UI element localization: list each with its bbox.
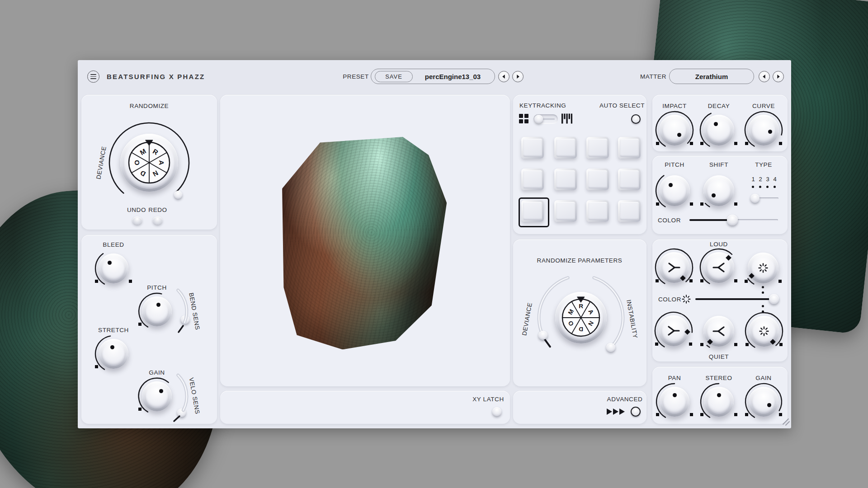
bleed-knob-body — [99, 253, 128, 283]
pan-min-marker — [656, 413, 659, 416]
loud-sparkle-knob[interactable] — [740, 244, 787, 291]
pan-indicator — [673, 393, 677, 397]
deviance-2-handle[interactable] — [538, 331, 547, 340]
type-option-4[interactable]: 4 — [773, 176, 776, 183]
quiet-attack-max-marker — [689, 343, 692, 346]
impact-knob[interactable] — [651, 107, 698, 154]
impact-min-marker — [656, 142, 659, 145]
deviance-handle[interactable] — [174, 191, 182, 199]
fast-forward-icon — [613, 408, 618, 415]
right-arrow-icon — [515, 74, 520, 79]
type-tick — [759, 186, 761, 188]
preset-next-button[interactable] — [512, 71, 524, 82]
instability-handle[interactable] — [606, 343, 615, 352]
sparkle-icon — [682, 295, 691, 304]
color-2-label: COLOR — [658, 296, 681, 303]
pitch-right-knob[interactable] — [651, 167, 698, 214]
auto-select-toggle[interactable] — [631, 114, 641, 124]
matter-prev-button[interactable] — [759, 71, 770, 82]
keytracking-mode-toggle[interactable] — [533, 114, 558, 124]
color-slider-handle[interactable] — [727, 215, 738, 225]
quiet-sparkle-min-marker — [745, 343, 749, 346]
color-label: COLOR — [658, 217, 681, 224]
decay-knob[interactable] — [695, 107, 742, 154]
stretch-knob[interactable] — [90, 331, 137, 377]
randomize-parameters-wheel-body — [555, 292, 607, 343]
preset-pill: SAVE percEngine13_03 — [371, 69, 495, 84]
pad-2-4[interactable] — [618, 169, 641, 190]
pad-2-2[interactable] — [554, 169, 577, 190]
loud-attack-max-marker — [689, 279, 693, 282]
pad-face — [620, 139, 639, 157]
pad-grid-icon — [519, 114, 529, 124]
matter-value: Zerathium — [695, 73, 728, 80]
gain-right-knob[interactable] — [741, 379, 787, 425]
preset-prev-button[interactable] — [498, 71, 509, 82]
pad-3-3[interactable] — [586, 200, 609, 222]
pad-2-1[interactable] — [521, 169, 544, 190]
pad-3-2[interactable] — [554, 200, 577, 222]
type-slider-handle[interactable] — [750, 194, 760, 203]
bleed-knob[interactable] — [90, 245, 137, 291]
pan-knob-body — [660, 387, 689, 417]
decay-indicator — [714, 122, 718, 126]
matter-select[interactable]: Zerathium — [669, 69, 754, 84]
pad-1-3[interactable] — [586, 137, 609, 159]
shift-knob[interactable] — [695, 167, 742, 214]
randomize-parameters-title: RANDOMIZE PARAMETERS — [537, 257, 623, 264]
shift-knob-face — [706, 178, 731, 203]
curve-knob[interactable] — [740, 107, 787, 154]
matter-next-button[interactable] — [773, 71, 784, 82]
preset-name[interactable]: percEngine13_03 — [415, 69, 491, 84]
xy-latch-toggle[interactable] — [492, 407, 501, 416]
pitch-left-knob[interactable] — [134, 288, 180, 334]
redo-button[interactable] — [153, 216, 162, 225]
decay-max-marker — [734, 142, 737, 145]
randomize-parameters-wheel-face — [558, 295, 604, 341]
loud-attack-knob[interactable] — [651, 244, 698, 291]
loud-sparkle-knob-face — [750, 255, 776, 281]
toggle-handle[interactable] — [534, 115, 543, 123]
bleed-knob-face — [101, 256, 126, 281]
quiet-release-max-marker — [734, 343, 737, 346]
quiet-release-knob[interactable] — [695, 308, 742, 355]
auto-select-label: AUTO SELECT — [599, 102, 645, 109]
color-2-slider-handle[interactable] — [769, 294, 779, 304]
matter-label: MATTER — [640, 73, 666, 80]
loud-sparkle-max-marker — [778, 280, 782, 283]
menu-button[interactable] — [87, 70, 99, 83]
randomize-wheel-body — [120, 134, 178, 192]
pad-1-4[interactable] — [618, 137, 641, 159]
link-dot — [762, 305, 764, 307]
quiet-attack-knob[interactable] — [650, 307, 697, 354]
quiet-attack-knob-face — [661, 318, 686, 343]
advanced-toggle[interactable] — [631, 407, 641, 417]
type-label: TYPE — [755, 161, 772, 168]
loud-release-knob[interactable] — [695, 244, 742, 291]
pad-2-3[interactable] — [586, 169, 609, 190]
undo-button[interactable] — [132, 216, 142, 225]
color-slider-track[interactable] — [732, 219, 778, 221]
randomize-wheel[interactable]: RANDOM — [104, 117, 194, 208]
pad-3-1[interactable] — [521, 200, 544, 222]
quiet-sparkle-knob[interactable] — [741, 308, 788, 355]
pad-3-4[interactable] — [618, 200, 641, 222]
pad-1-2[interactable] — [554, 137, 577, 159]
pad-1-1[interactable] — [521, 137, 544, 159]
type-option-2[interactable]: 2 — [759, 176, 762, 183]
type-option-1[interactable]: 1 — [751, 176, 755, 183]
stereo-knob[interactable] — [696, 379, 742, 425]
randomize-parameters-wheel[interactable]: RANDOM — [533, 270, 628, 365]
type-option-3[interactable]: 3 — [766, 176, 769, 183]
gain-left-knob[interactable] — [134, 373, 180, 419]
decay-knob-face — [706, 117, 731, 143]
color-slider-fill[interactable] — [689, 219, 732, 221]
pan-knob[interactable] — [651, 379, 698, 425]
color-2-slider-fill[interactable] — [695, 298, 775, 300]
loud-sparkle-knob-body — [748, 253, 778, 283]
fast-forward-icon — [607, 408, 612, 415]
keytracking-title: KEYTRACKING — [519, 102, 566, 109]
shift-min-marker — [700, 202, 703, 206]
save-button[interactable]: SAVE — [375, 71, 413, 82]
bend-sens-handle[interactable] — [181, 315, 189, 324]
